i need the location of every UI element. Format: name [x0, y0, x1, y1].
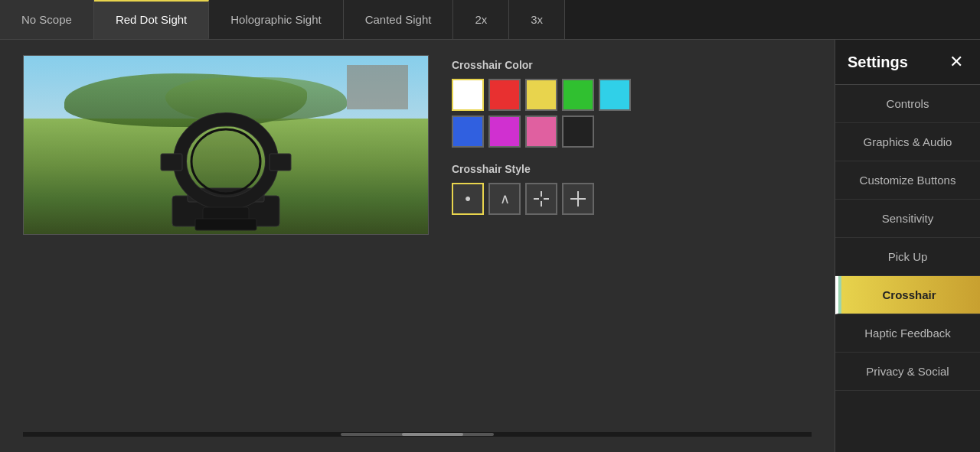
color-white[interactable] — [452, 79, 484, 111]
sidebar-item-haptic-feedback[interactable]: Haptic Feedback — [835, 314, 980, 353]
tab-no-scope[interactable]: No Scope — [0, 0, 94, 39]
crosshair-settings: Crosshair Color — [452, 55, 812, 215]
style-cross-full[interactable] — [562, 183, 594, 215]
close-button[interactable]: ✕ — [945, 50, 968, 73]
settings-header: Settings ✕ — [835, 40, 980, 85]
sidebar-item-customize-buttons[interactable]: Customize Buttons — [835, 161, 980, 200]
tab-canted[interactable]: Canted Sight — [344, 0, 454, 39]
sight-svg — [149, 112, 302, 234]
color-pink[interactable] — [525, 115, 557, 148]
color-row-1 — [452, 79, 812, 111]
color-row-2 — [452, 115, 812, 148]
svg-point-4 — [191, 129, 260, 193]
color-grid — [452, 79, 812, 148]
settings-title: Settings — [848, 54, 908, 71]
sidebar-item-sensitivity[interactable]: Sensitivity — [835, 200, 980, 238]
chevron-icon: ∧ — [500, 190, 510, 207]
style-grid: • ∧ — [452, 183, 812, 215]
scrollbar-area[interactable] — [23, 432, 812, 437]
tab-2x[interactable]: 2x — [453, 0, 509, 39]
scope-preview — [23, 55, 429, 235]
color-black[interactable] — [562, 115, 594, 148]
scroll-thumb[interactable] — [402, 433, 463, 436]
cross-gap-icon — [532, 190, 550, 208]
svg-rect-8 — [195, 219, 256, 230]
sidebar: Settings ✕ Controls Graphics & Audio Cus… — [835, 40, 980, 452]
scope-tab-bar: No Scope Red Dot Sight Holographic Sight… — [0, 0, 980, 40]
sidebar-item-controls[interactable]: Controls — [835, 85, 980, 123]
tab-3x[interactable]: 3x — [509, 0, 565, 39]
color-green[interactable] — [562, 79, 594, 111]
color-section-label: Crosshair Color — [452, 59, 812, 71]
sidebar-item-privacy-social[interactable]: Privacy & Social — [835, 353, 980, 391]
tab-holographic[interactable]: Holographic Sight — [209, 0, 343, 39]
sidebar-item-crosshair[interactable]: Crosshair — [835, 276, 980, 314]
content-area: Crosshair Color — [0, 40, 835, 452]
color-magenta[interactable] — [488, 115, 521, 148]
sidebar-items: Controls Graphics & Audio Customize Butt… — [835, 85, 980, 452]
dot-icon: • — [465, 189, 471, 209]
cross-full-icon — [569, 190, 587, 208]
preview-buildings — [347, 65, 407, 109]
scroll-track — [341, 433, 494, 436]
svg-point-15 — [577, 198, 580, 200]
color-red[interactable] — [488, 79, 521, 111]
style-dot[interactable]: • — [452, 183, 484, 215]
content-inner: Crosshair Color — [23, 55, 812, 235]
style-cross-gap[interactable] — [525, 183, 557, 215]
color-cyan[interactable] — [599, 79, 631, 111]
color-blue[interactable] — [452, 115, 484, 148]
style-chevron[interactable]: ∧ — [488, 183, 521, 215]
sidebar-item-pick-up[interactable]: Pick Up — [835, 238, 980, 276]
main-layout: Crosshair Color — [0, 40, 980, 452]
svg-rect-6 — [270, 154, 291, 171]
style-section-label: Crosshair Style — [452, 163, 812, 175]
svg-rect-5 — [161, 154, 182, 171]
sidebar-item-graphics-audio[interactable]: Graphics & Audio — [835, 123, 980, 161]
color-yellow[interactable] — [525, 79, 557, 111]
tab-red-dot[interactable]: Red Dot Sight — [94, 0, 209, 39]
